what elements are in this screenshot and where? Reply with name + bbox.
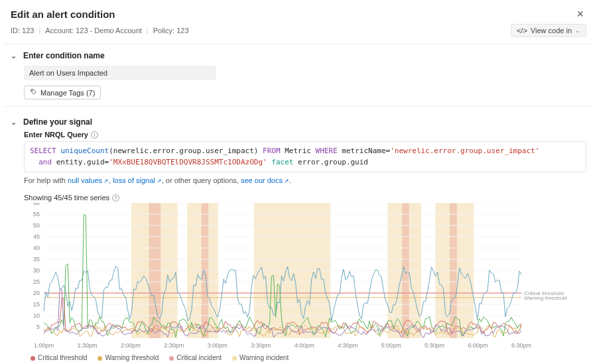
help-text: For help with null values↗, loss of sign… xyxy=(24,176,586,184)
help-icon[interactable]: ? xyxy=(112,194,119,202)
signal-chart[interactable]: 510152025303540455055601:00pm1:30pm2:00p… xyxy=(24,203,594,351)
panel-title-name: Enter condition name xyxy=(23,51,105,60)
svg-text:50: 50 xyxy=(33,222,40,229)
svg-text:1:30pm: 1:30pm xyxy=(77,342,97,349)
tag-icon xyxy=(30,88,37,97)
svg-text:25: 25 xyxy=(33,278,40,285)
link-loss-of-signal[interactable]: loss of signal↗ xyxy=(113,176,162,184)
legend-item-warning-threshold: Warning threshold xyxy=(98,354,159,361)
svg-text:2:30pm: 2:30pm xyxy=(164,342,184,349)
chart-legend: Critical threshold Warning threshold Cri… xyxy=(31,354,586,361)
link-see-docs[interactable]: see our docs↗ xyxy=(241,176,289,184)
svg-text:40: 40 xyxy=(33,245,40,251)
meta-row: ID: 123 | Account: 123 - Demo Account | … xyxy=(0,24,597,42)
external-link-icon: ↗ xyxy=(157,178,162,184)
panel-condition-name: ⌄ Enter condition name Alert on Users Im… xyxy=(4,44,593,107)
svg-text:55: 55 xyxy=(33,211,40,217)
svg-text:4:30pm: 4:30pm xyxy=(338,342,358,349)
svg-text:5:30pm: 5:30pm xyxy=(425,342,444,349)
meta-policy: Policy: 123 xyxy=(153,27,189,34)
meta-id: ID: 123 xyxy=(11,27,34,34)
view-code-button[interactable]: </> View code in ⌄ xyxy=(511,24,586,37)
chevron-down-icon[interactable]: ⌄ xyxy=(11,52,17,60)
meta-account: Account: 123 - Demo Account xyxy=(45,27,142,34)
svg-text:Warning threshold: Warning threshold xyxy=(524,295,567,301)
panel-define-signal: ⌄ Define your signal Enter NRQL Query i … xyxy=(4,111,593,364)
external-link-icon: ↗ xyxy=(284,178,289,184)
chevron-down-icon: ⌄ xyxy=(575,27,580,34)
svg-text:45: 45 xyxy=(33,233,40,240)
svg-text:5: 5 xyxy=(36,324,40,330)
legend-item-critical-threshold: Critical threshold xyxy=(31,354,87,361)
panel-title-signal: Define your signal xyxy=(23,117,92,127)
svg-text:20: 20 xyxy=(33,290,40,296)
svg-text:15: 15 xyxy=(33,301,40,308)
svg-text:60: 60 xyxy=(33,203,40,206)
svg-text:6:30pm: 6:30pm xyxy=(511,342,531,349)
svg-text:3:30pm: 3:30pm xyxy=(251,342,271,349)
svg-text:6:00pm: 6:00pm xyxy=(468,342,488,349)
nrql-label: Enter NRQL Query i xyxy=(24,131,586,139)
external-link-icon: ↗ xyxy=(103,178,109,184)
page-title: Edit an alert condition xyxy=(11,9,115,20)
legend-item-critical-incident: Critical incident xyxy=(169,354,222,361)
condition-name-input[interactable]: Alert on Users Impacted xyxy=(24,66,216,80)
svg-text:2:00pm: 2:00pm xyxy=(121,342,141,349)
series-count-text: Showing 45/45 time series ? xyxy=(24,194,586,202)
link-null-values[interactable]: null values↗ xyxy=(68,176,109,184)
svg-point-0 xyxy=(32,90,33,91)
chevron-down-icon[interactable]: ⌄ xyxy=(11,118,17,127)
info-icon[interactable]: i xyxy=(91,131,98,139)
manage-tags-button[interactable]: Manage Tags (7) xyxy=(24,86,101,99)
legend-item-warning-incident: Warning incident xyxy=(232,354,289,361)
close-icon[interactable]: × xyxy=(574,7,586,21)
svg-text:3:00pm: 3:00pm xyxy=(208,342,228,349)
svg-text:4:00pm: 4:00pm xyxy=(295,342,314,349)
nrql-query-input[interactable]: SELECT uniqueCount(newrelic.error.group.… xyxy=(24,141,586,172)
code-icon: </> xyxy=(517,27,527,34)
svg-text:35: 35 xyxy=(33,256,40,263)
svg-text:30: 30 xyxy=(33,267,40,274)
svg-text:1:00pm: 1:00pm xyxy=(34,342,54,349)
svg-text:10: 10 xyxy=(33,312,40,319)
svg-text:5:00pm: 5:00pm xyxy=(381,342,401,349)
